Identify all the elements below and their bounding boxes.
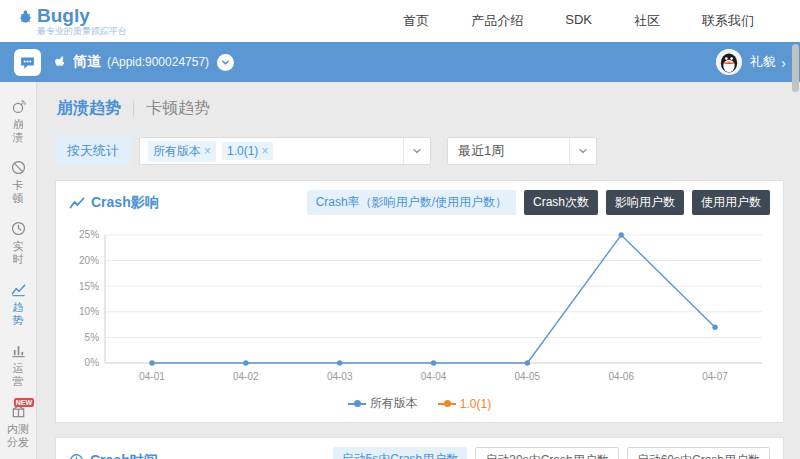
main-area: 崩溃 卡顿 实时 趋势 运营 NEW 内测分发 — [0, 82, 800, 459]
app-logo-icon — [14, 49, 41, 76]
content: 崩溃趋势 卡顿趋势 按天统计 所有版本 × 1.0(1) × — [37, 82, 800, 459]
title-divider — [133, 101, 134, 117]
nav-home[interactable]: 首页 — [403, 12, 429, 30]
svg-text:04-03: 04-03 — [327, 371, 353, 382]
date-range-select[interactable]: 最近1周 — [447, 137, 597, 165]
chevron-down-icon[interactable] — [569, 138, 596, 164]
chart-legend: 所有版本 1.0(1) — [69, 395, 770, 412]
user-menu-arrow-icon: › — [781, 55, 786, 70]
sidebar-item-label: 崩溃 — [12, 118, 24, 144]
legend-version-1-0-1[interactable]: 1.0(1) — [438, 397, 491, 411]
app-id: (Appid:900024757) — [107, 55, 209, 69]
affected-users-button[interactable]: 影响用户数 — [606, 190, 684, 215]
bugly-app: Bugly 最专业的质量跟踪平台 首页 产品介绍 SDK 社区 联系我们 简道 … — [0, 0, 800, 459]
svg-text:04-06: 04-06 — [608, 371, 634, 382]
app-bar: 简道 (Appid:900024757) 礼貌 › — [0, 42, 800, 82]
crash-impact-header: Crash影响 Crash率（影响用户数/使用用户数） Crash次数 影响用户… — [69, 190, 770, 215]
new-badge: NEW — [14, 398, 34, 407]
legend-marker-icon — [348, 400, 366, 408]
legend-label: 所有版本 — [370, 395, 418, 412]
trend-icon — [69, 196, 85, 210]
sidebar-item-label: 内测分发 — [6, 423, 30, 449]
apple-platform-icon — [53, 55, 67, 69]
crash-impact-card: Crash影响 Crash率（影响用户数/使用用户数） Crash次数 影响用户… — [55, 180, 784, 423]
nav-product-intro[interactable]: 产品介绍 — [471, 12, 523, 30]
crash-30s-button[interactable]: 启动30s内Crash用户数 — [475, 447, 618, 459]
sidebar-item-label: 实时 — [12, 240, 24, 266]
crash-icon — [10, 98, 27, 115]
nav-contact[interactable]: 联系我们 — [702, 12, 754, 30]
svg-text:04-01: 04-01 — [139, 371, 165, 382]
crash-rate-button[interactable]: Crash率（影响用户数/使用用户数） — [307, 190, 516, 215]
nav-sdk[interactable]: SDK — [565, 12, 592, 30]
sidebar-item-label: 趋势 — [12, 301, 24, 327]
app-name: 简道 — [73, 53, 101, 71]
sidebar-item-trend[interactable]: 趋势 — [0, 273, 36, 334]
svg-text:0%: 0% — [85, 358, 100, 369]
svg-text:04-05: 04-05 — [515, 371, 541, 382]
chevron-down-icon[interactable] — [403, 138, 430, 164]
svg-text:04-02: 04-02 — [233, 371, 259, 382]
tab-crash-trend[interactable]: 崩溃趋势 — [57, 98, 121, 119]
svg-text:20%: 20% — [79, 255, 99, 266]
line-chart-icon — [10, 281, 27, 298]
filter-bar: 按天统计 所有版本 × 1.0(1) × — [55, 136, 784, 166]
svg-text:25%: 25% — [79, 230, 99, 241]
sidebar-item-operation[interactable]: 运营 — [0, 334, 36, 395]
sidebar-item-label: 卡顿 — [12, 179, 24, 205]
app-switcher-dropdown[interactable] — [217, 54, 234, 71]
svg-text:5%: 5% — [85, 332, 100, 343]
svg-text:10%: 10% — [79, 306, 99, 317]
crash-time-card: Crash时间 启动5s内Crash用户数 启动30s内Crash用户数 启动6… — [55, 437, 784, 459]
user-name: 礼貌 — [750, 53, 776, 71]
svg-text:04-04: 04-04 — [421, 371, 447, 382]
version-tag-label: 所有版本 — [153, 143, 201, 160]
crash-time-buttons: 启动5s内Crash用户数 启动30s内Crash用户数 启动60s内Crash… — [333, 447, 770, 459]
crash-5s-button[interactable]: 启动5s内Crash用户数 — [333, 447, 468, 459]
legend-marker-icon — [438, 400, 456, 408]
remove-tag-icon[interactable]: × — [261, 144, 268, 158]
crash-rate-line-chart: 0%5%10%15%20%25%04-0104-0204-0304-0404-0… — [69, 223, 770, 395]
nav-community[interactable]: 社区 — [634, 12, 660, 30]
page-title: 崩溃趋势 卡顿趋势 — [57, 98, 784, 119]
sidebar-item-label: 运营 — [12, 362, 24, 388]
sidebar-item-crash[interactable]: 崩溃 — [0, 90, 36, 151]
date-range-value: 最近1周 — [448, 142, 569, 160]
chevron-down-icon — [221, 58, 230, 67]
bugly-logo-icon — [18, 9, 33, 27]
top-nav-links: 首页 产品介绍 SDK 社区 联系我们 — [403, 12, 782, 30]
active-users-button[interactable]: 使用用户数 — [692, 190, 770, 215]
svg-text:15%: 15% — [79, 281, 99, 292]
clock-icon — [69, 453, 84, 459]
version-tag: 1.0(1) × — [222, 142, 273, 160]
sidebar-item-realtime[interactable]: 实时 — [0, 212, 36, 273]
user-menu[interactable]: 礼貌 › — [716, 49, 786, 75]
top-navbar: Bugly 最专业的质量跟踪平台 首页 产品介绍 SDK 社区 联系我们 — [0, 0, 800, 42]
logo-tagline: 最专业的质量跟踪平台 — [37, 26, 127, 37]
crash-60s-button[interactable]: 启动60s内Crash用户数 — [627, 447, 770, 459]
stat-mode-button[interactable]: 按天统计 — [55, 136, 131, 166]
version-select-values: 所有版本 × 1.0(1) × — [140, 141, 403, 162]
remove-tag-icon[interactable]: × — [204, 144, 211, 158]
tab-lag-trend[interactable]: 卡顿趋势 — [146, 98, 210, 119]
svg-text:04-07: 04-07 — [702, 371, 728, 382]
version-tag-label: 1.0(1) — [227, 144, 258, 158]
card-title: Crash影响 — [91, 194, 159, 212]
bugly-logo[interactable]: Bugly 最专业的质量跟踪平台 — [18, 6, 127, 37]
legend-all-versions[interactable]: 所有版本 — [348, 395, 418, 412]
scrollbar-thumb[interactable] — [792, 44, 799, 92]
bar-chart-icon — [10, 342, 27, 359]
sidebar: 崩溃 卡顿 实时 趋势 运营 NEW 内测分发 — [0, 82, 37, 459]
crash-count-button[interactable]: Crash次数 — [524, 190, 598, 215]
clock-icon — [10, 220, 27, 237]
sidebar-item-lag[interactable]: 卡顿 — [0, 151, 36, 212]
card-title: Crash时间 — [90, 452, 158, 459]
crash-time-header: Crash时间 启动5s内Crash用户数 启动30s内Crash用户数 启动6… — [69, 447, 770, 459]
version-select[interactable]: 所有版本 × 1.0(1) × — [139, 137, 431, 165]
legend-label: 1.0(1) — [460, 397, 491, 411]
sidebar-item-beta-distribution[interactable]: NEW 内测分发 — [0, 395, 36, 456]
metric-buttons: Crash率（影响用户数/使用用户数） Crash次数 影响用户数 使用用户数 — [307, 190, 770, 215]
logo-text: Bugly — [37, 6, 127, 26]
version-tag: 所有版本 × — [148, 141, 216, 162]
avatar — [716, 49, 742, 75]
